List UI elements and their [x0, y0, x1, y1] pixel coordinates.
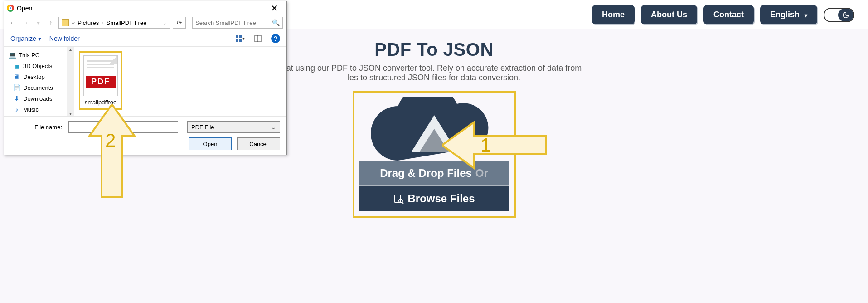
close-icon: ✕ [271, 3, 278, 14]
nav-contact-button[interactable]: Contact [703, 5, 754, 24]
music-icon: ♪ [13, 106, 20, 113]
svg-rect-2 [394, 195, 401, 202]
pdf-file-icon: PDF [83, 55, 118, 96]
back-button[interactable]: ← [8, 19, 18, 26]
search-input[interactable] [195, 20, 272, 26]
tree-music-label: Music [23, 106, 39, 113]
refresh-icon: ⟳ [177, 19, 182, 26]
breadcrumb-pictures[interactable]: Pictures [78, 20, 99, 26]
open-button[interactable]: Open [189, 137, 232, 150]
nav-language-button[interactable]: English ▾ [760, 5, 817, 24]
organize-menu[interactable]: Organize ▾ [10, 35, 41, 42]
svg-marker-5 [442, 122, 546, 168]
tree-desktop-label: Desktop [23, 73, 45, 80]
recent-dropdown[interactable]: ▾ [33, 19, 43, 26]
file-open-dialog: Open ✕ ← → ▾ ↑ « Pictures › SmallPDF Fre… [4, 1, 287, 155]
downloads-icon: ⬇ [13, 95, 20, 102]
tree-this-pc[interactable]: 💻 This PC [4, 49, 74, 60]
browse-files-label: Browse Files [407, 192, 475, 205]
dialog-toolbar: Organize ▾ New folder ▾ ? [4, 30, 286, 47]
nav-language-label: English [770, 10, 800, 19]
help-button[interactable]: ? [271, 34, 280, 43]
organize-label: Organize [10, 35, 36, 42]
preview-icon [254, 35, 262, 42]
breadcrumb[interactable]: « Pictures › SmallPDF Free ⌄ [58, 17, 170, 29]
tree-downloads-label: Downloads [23, 95, 52, 102]
nav-home-button[interactable]: Home [592, 5, 635, 24]
filetype-dropdown[interactable]: PDF File ⌄ [187, 121, 280, 133]
tree-scrollbar[interactable]: ▴ ▾ [67, 47, 74, 116]
file-item-smallpdffree[interactable]: PDF smallpdffree [79, 51, 122, 110]
filetype-label: PDF File [191, 124, 214, 131]
folder-icon [62, 19, 69, 26]
svg-rect-8 [239, 35, 242, 38]
annotation-number-1: 1 [480, 134, 491, 156]
tree-this-pc-label: This PC [19, 52, 39, 59]
desktop-icon: 🖥 [13, 73, 20, 80]
refresh-button[interactable]: ⟳ [173, 17, 186, 29]
tree-music[interactable]: ♪ Music [4, 104, 74, 115]
tree-3d-objects[interactable]: ▣ 3D Objects [4, 60, 74, 71]
chrome-icon [7, 5, 14, 12]
svg-rect-10 [239, 39, 242, 42]
scroll-up-icon[interactable]: ▴ [69, 47, 72, 52]
file-search-icon [393, 193, 404, 204]
nav-about-button[interactable]: About Us [641, 5, 697, 24]
moon-icon [838, 9, 853, 21]
dialog-titlebar: Open ✕ [4, 1, 286, 15]
annotation-arrow-2: 2 [87, 104, 137, 200]
cancel-button[interactable]: Cancel [237, 137, 280, 150]
tree-documents-label: Documents [23, 84, 53, 91]
forward-button[interactable]: → [20, 19, 30, 26]
chevron-right-icon: › [102, 20, 103, 26]
svg-line-4 [402, 202, 403, 204]
tree-documents[interactable]: 📄 Documents [4, 82, 74, 93]
scroll-down-icon[interactable]: ▾ [69, 111, 72, 116]
thumbnails-icon [235, 35, 242, 42]
close-button[interactable]: ✕ [265, 1, 284, 15]
dialog-title: Open [17, 5, 32, 12]
breadcrumb-root: « [72, 20, 75, 26]
svg-rect-9 [236, 39, 238, 42]
chevron-down-icon: ⌄ [271, 124, 276, 131]
tree-desktop[interactable]: 🖥 Desktop [4, 71, 74, 82]
pdf-badge: PDF [86, 76, 116, 88]
dark-mode-toggle[interactable] [824, 8, 854, 22]
pc-icon: 💻 [9, 51, 16, 59]
svg-rect-7 [236, 35, 238, 38]
chevron-down-icon[interactable]: ⌄ [162, 20, 167, 26]
new-folder-button[interactable]: New folder [49, 35, 80, 42]
documents-icon: 📄 [13, 84, 20, 91]
browse-files-button[interactable]: Browse Files [359, 186, 509, 211]
view-mode-button[interactable]: ▾ [235, 34, 245, 44]
up-button[interactable]: ↑ [46, 19, 56, 26]
chevron-down-icon: ▾ [242, 36, 245, 41]
tree-downloads[interactable]: ⬇ Downloads [4, 93, 74, 104]
search-icon: 🔍 [272, 19, 280, 26]
annotation-number-2: 2 [105, 130, 116, 152]
filename-label: File name: [10, 124, 65, 131]
breadcrumb-smallpdf[interactable]: SmallPDF Free [107, 20, 147, 26]
cube-icon: ▣ [13, 62, 20, 69]
dialog-footer: File name: PDF File ⌄ Open Cancel [4, 116, 286, 155]
dialog-navbar: ← → ▾ ↑ « Pictures › SmallPDF Free ⌄ ⟳ 🔍 [4, 15, 286, 30]
folder-tree: 💻 This PC ▣ 3D Objects 🖥 Desktop 📄 Docum… [4, 47, 74, 116]
tree-3d-objects-label: 3D Objects [23, 63, 52, 69]
chevron-down-icon: ▾ [38, 35, 41, 42]
chevron-down-icon: ▾ [805, 12, 807, 19]
search-box[interactable]: 🔍 [192, 17, 283, 29]
preview-pane-button[interactable] [253, 34, 263, 44]
annotation-arrow-1: 1 [442, 118, 551, 172]
